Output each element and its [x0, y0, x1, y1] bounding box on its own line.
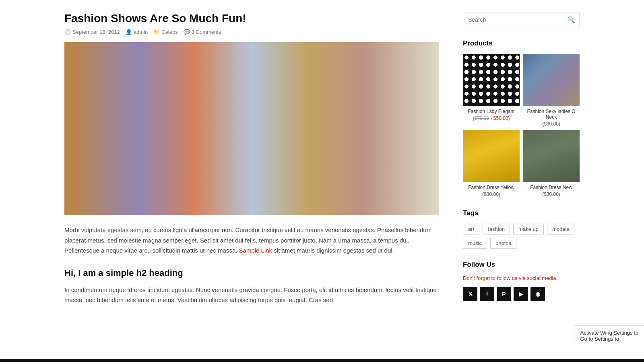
post-subheading: Hi, I am a simple h2 heading [64, 268, 439, 278]
tag-photos[interactable]: photos [490, 238, 516, 249]
product-old-price-1: $70.00 [474, 115, 489, 121]
social-icons-list: 𝕏 f P ▶ ◉ [463, 287, 580, 301]
tags-section: Tags art fashion make up models music ph… [463, 209, 580, 249]
product-price-value-4: $30.00 [544, 191, 559, 197]
product-item-3[interactable]: Fashion Dress Yellow ($30.00) [463, 130, 520, 197]
search-button[interactable]: 🔍 [563, 13, 579, 27]
tag-makeup[interactable]: make up [513, 224, 544, 234]
twitter-icon[interactable]: 𝕏 [463, 287, 477, 301]
product-name-1: Fashion Lady Elegant [463, 109, 520, 114]
facebook-icon[interactable]: f [480, 287, 494, 301]
pinterest-icon[interactable]: P [497, 287, 511, 301]
tag-models[interactable]: models [547, 224, 574, 234]
clock-icon: 🕐 [64, 29, 71, 35]
product-price-2: ($30.00) [523, 121, 580, 127]
comment-icon: 💬 [184, 29, 190, 35]
meta-author: 👤 admin [126, 29, 148, 35]
product-name-2: Fashion Sexy ladies O Neck [523, 109, 580, 120]
search-input[interactable] [463, 12, 563, 27]
youtube-icon[interactable]: ▶ [514, 287, 528, 301]
meta-category: 📁 Celebs [153, 29, 178, 35]
follow-title: Follow Us [463, 261, 580, 269]
post-body-2: In condimentum neque id eros tincidunt e… [64, 285, 439, 305]
user-icon: 👤 [126, 29, 132, 35]
sidebar: 🔍 Products Fashion Lady Elegant ($70.00 … [463, 12, 580, 317]
follow-section: Follow Us Don't forget to follow us via … [463, 261, 580, 301]
sample-link[interactable]: Sample Link [239, 247, 272, 254]
body-paragraph-1: Morbi vulputate egestas sem, eu cursus l… [64, 225, 439, 256]
tag-art[interactable]: art [463, 224, 479, 234]
product-name-4: Fashion Dress New [523, 185, 580, 190]
product-image-3 [463, 130, 520, 182]
meta-date: 🕐 September 18, 2012 [64, 29, 120, 35]
products-section: Products Fashion Lady Elegant ($70.00 - … [463, 39, 580, 197]
page-wrapper: Fashion Shows Are So Much Fun! 🕐 Septemb… [0, 0, 644, 329]
product-image-4 [523, 130, 580, 182]
product-price-value-2: $30.00 [544, 121, 559, 127]
product-new-price-1: $50.00 [493, 115, 508, 121]
product-name-3: Fashion Dress Yellow [463, 185, 520, 190]
tag-music[interactable]: music [463, 238, 487, 249]
product-price-1: ($70.00 - $50.00) [463, 115, 520, 121]
meta-comments: 💬 3 Comments [184, 29, 221, 35]
post-meta: 🕐 September 18, 2012 👤 admin 📁 Celebs 💬 … [64, 29, 439, 35]
product-image-2 [523, 54, 580, 106]
post-featured-image [64, 42, 439, 215]
product-price-3: ($30.00) [463, 191, 520, 197]
search-box: 🔍 [463, 12, 580, 27]
product-price-4: ($30.00) [523, 191, 580, 197]
post-title: Fashion Shows Are So Much Fun! [64, 12, 439, 25]
product-item-1[interactable]: Fashion Lady Elegant ($70.00 - $50.00) [463, 54, 520, 127]
body-paragraph-2: In condimentum neque id eros tincidunt e… [64, 285, 439, 305]
product-image-1 [463, 54, 520, 106]
product-item-4[interactable]: Fashion Dress New ($30.00) [523, 130, 580, 197]
product-price-value-3: $30.00 [484, 191, 499, 197]
main-content: Fashion Shows Are So Much Fun! 🕐 Septemb… [64, 12, 439, 317]
product-item-2[interactable]: Fashion Sexy ladies O Neck ($30.00) [523, 54, 580, 127]
tags-title: Tags [463, 209, 580, 217]
products-title: Products [463, 39, 580, 47]
products-grid: Fashion Lady Elegant ($70.00 - $50.00) F… [463, 54, 580, 197]
tags-list: art fashion make up models music photos [463, 224, 580, 249]
tag-fashion[interactable]: fashion [483, 224, 510, 234]
follow-subtitle: Don't forget to follow us via social med… [463, 275, 580, 281]
folder-icon: 📁 [153, 29, 160, 35]
post-body: Morbi vulputate egestas sem, eu cursus l… [64, 225, 439, 256]
activate-windows-notice: Activate Wing Settings to Go to Settings… [574, 325, 644, 329]
rss-icon[interactable]: ◉ [530, 287, 545, 301]
